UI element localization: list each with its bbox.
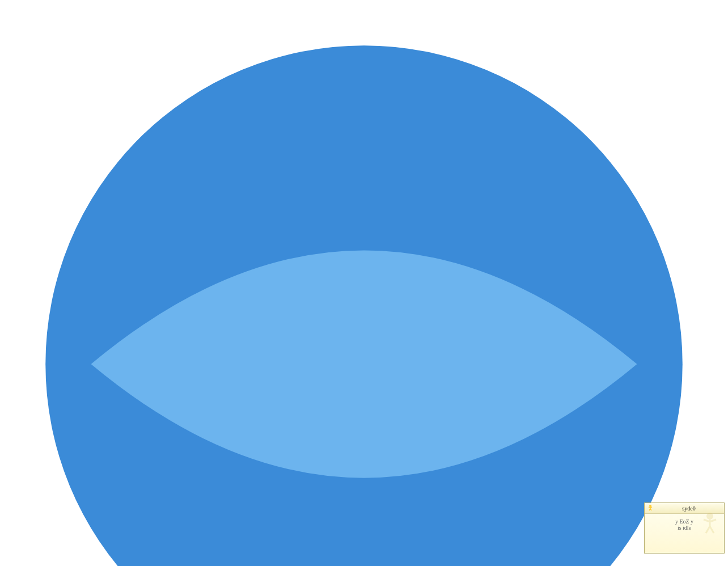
svg-point-129 xyxy=(649,505,651,507)
im-notification[interactable]: syde0 y EoZ y is idle xyxy=(644,502,725,554)
aim-figure-icon xyxy=(698,510,722,534)
aim-icon xyxy=(647,504,654,512)
svg-point-130 xyxy=(706,513,713,519)
window-titlebar: cacti - Microsoft Internet Explorer _ ❐ … xyxy=(0,0,728,566)
